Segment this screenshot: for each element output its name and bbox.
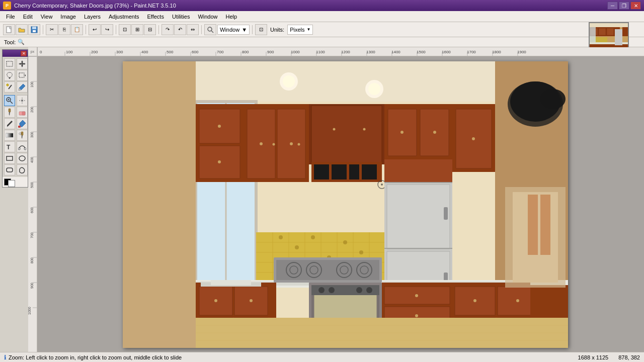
svg-text:800: 800: [242, 50, 249, 54]
gradient-tool[interactable]: [4, 130, 15, 141]
rounded-rect-tool[interactable]: [4, 164, 15, 175]
toolbox-close-button[interactable]: ✕: [21, 51, 27, 56]
svg-point-235: [273, 143, 275, 146]
new-button[interactable]: [3, 24, 15, 35]
move-pixels-tool[interactable]: [17, 58, 28, 69]
menu-layers[interactable]: Layers: [80, 11, 105, 22]
resize-button[interactable]: ⊞: [131, 24, 143, 35]
lasso-select-tool[interactable]: [4, 70, 15, 81]
secondary-color-swatch[interactable]: [8, 180, 15, 187]
menu-effects[interactable]: Effects: [143, 11, 168, 22]
clone-stamp-tool[interactable]: [17, 130, 28, 141]
close-button[interactable]: ✕: [630, 2, 641, 10]
canvas-image: [123, 61, 568, 348]
canvas-area[interactable]: px 0 100 200 300 400 500: [28, 47, 644, 352]
pencil-tool[interactable]: [4, 118, 15, 129]
menu-bar: File Edit View Image Layers Adjustments …: [0, 11, 644, 22]
svg-rect-13: [607, 28, 614, 35]
svg-point-238: [363, 128, 366, 131]
rect-shape-tool[interactable]: [4, 153, 15, 164]
menu-file[interactable]: File: [2, 11, 19, 22]
svg-text:900: 900: [267, 50, 274, 54]
ruler-canvas-container: 100 200 300 400 500 600 700 800: [28, 56, 644, 352]
svg-rect-231: [528, 195, 538, 255]
svg-rect-140: [349, 164, 359, 179]
svg-rect-3: [32, 27, 36, 29]
svg-point-128: [218, 125, 221, 128]
separator-6: [252, 25, 253, 34]
svg-rect-12: [599, 28, 606, 35]
title-bar: P Cherry Contemporary, Shaker Doors.jpg …: [0, 0, 644, 11]
flip-h-button[interactable]: ⇔: [187, 24, 199, 35]
cut-button[interactable]: ✂: [46, 24, 58, 35]
undo-button[interactable]: ↩: [89, 24, 101, 35]
rotate-cw-button[interactable]: ↷: [162, 24, 174, 35]
zoom-button[interactable]: [204, 24, 216, 35]
pan-tool[interactable]: [17, 95, 28, 106]
svg-text:1000: 1000: [28, 307, 31, 315]
image-dimensions: 1688 x 1125: [578, 354, 609, 360]
color-picker-tool[interactable]: [17, 81, 28, 93]
top-ruler-svg: 0 100 200 300 400 500 600 700 800 900: [37, 47, 644, 56]
svg-text:1900: 1900: [517, 50, 526, 54]
select-all-button[interactable]: ⊟: [144, 24, 156, 35]
magic-wand-tool[interactable]: [4, 81, 15, 93]
zoom-tool[interactable]: [4, 95, 15, 106]
svg-marker-37: [7, 126, 8, 127]
copy-button[interactable]: ⎘: [58, 24, 70, 35]
path-tool[interactable]: [17, 141, 28, 152]
freeform-shape-tool[interactable]: [17, 164, 28, 175]
open-button[interactable]: [16, 24, 28, 35]
window-controls[interactable]: ─ ❐ ✕: [607, 2, 641, 10]
text-tool[interactable]: T: [4, 141, 15, 152]
svg-text:1600: 1600: [442, 50, 451, 54]
cursor-coordinates: 878, 382: [618, 354, 640, 360]
redo-button[interactable]: ↪: [101, 24, 113, 35]
move-selection-tool[interactable]: [17, 70, 28, 81]
svg-point-195: [329, 287, 335, 293]
window-title: Cherry Contemporary, Shaker Doors.jpg (7…: [14, 3, 176, 9]
crop-button[interactable]: ⊡: [119, 24, 131, 35]
menu-edit[interactable]: Edit: [19, 11, 37, 22]
canvas-viewport[interactable]: [37, 56, 644, 352]
app-icon-letter: P: [6, 3, 9, 8]
svg-rect-16: [590, 42, 629, 44]
menu-help[interactable]: Help: [222, 11, 242, 22]
svg-rect-18: [590, 27, 596, 42]
svg-text:200: 200: [91, 50, 98, 54]
svg-rect-48: [37, 47, 644, 56]
svg-rect-141: [362, 164, 377, 179]
rect-select-tool[interactable]: [4, 58, 15, 69]
restore-button[interactable]: ❐: [619, 2, 629, 10]
paste-button[interactable]: 📋: [71, 24, 83, 35]
svg-point-117: [368, 83, 380, 95]
svg-text:1700: 1700: [467, 50, 476, 54]
save-button[interactable]: [28, 24, 40, 35]
color-fill-tool[interactable]: [17, 118, 28, 129]
svg-point-174: [279, 235, 283, 239]
menu-view[interactable]: View: [37, 11, 57, 22]
paintbrush-tool[interactable]: [4, 107, 15, 118]
menu-utilities[interactable]: Utilities: [168, 11, 194, 22]
ellipse-shape-tool[interactable]: [17, 153, 28, 164]
rotate-ccw-button[interactable]: ↶: [174, 24, 186, 35]
minimize-button[interactable]: ─: [607, 2, 618, 10]
eraser-tool[interactable]: [17, 107, 28, 118]
file-toolbar-group: [3, 24, 40, 35]
svg-rect-36: [22, 112, 25, 115]
svg-point-179: [359, 250, 363, 254]
menu-image[interactable]: Image: [56, 11, 80, 22]
svg-text:800: 800: [30, 257, 34, 263]
crop-toolbar-group: ⊡ ⊞ ⊟: [119, 24, 156, 35]
units-dropdown[interactable]: Pixels ▼: [287, 25, 313, 35]
menu-adjustments[interactable]: Adjustments: [105, 11, 143, 22]
status-bar: ℹ Zoom: Left click to zoom in, right cli…: [0, 352, 644, 362]
window-dropdown[interactable]: Window ▼: [217, 25, 250, 35]
zoom-fit-button[interactable]: ⊡: [255, 24, 267, 35]
menu-window[interactable]: Window: [194, 11, 221, 22]
units-label: Units:: [270, 27, 284, 33]
window-dropdown-arrow: ▼: [242, 27, 247, 33]
svg-rect-154: [384, 182, 452, 183]
svg-text:400: 400: [30, 157, 34, 163]
tool-label-row: Tool: 🔍: [0, 37, 644, 47]
